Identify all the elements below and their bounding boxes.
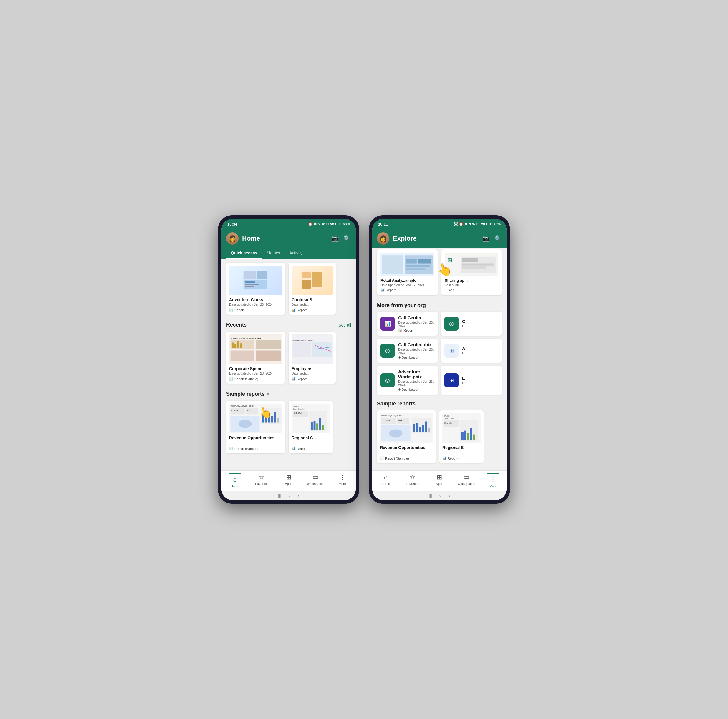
see-all-button[interactable]: See all: [338, 323, 351, 327]
recents-cards: IT SPEND ANALYSIS SAMPLE PBIX: [222, 330, 356, 387]
explore-top-card-0[interactable]: Retail Analy...ample Data updated on Mar…: [377, 249, 437, 295]
search-icon-2[interactable]: 🔍: [494, 235, 502, 242]
explore-report-icon-0: 📊: [381, 288, 385, 292]
phone-2: 👆 10:11 🖼 ⏰ ✱ N WiFi Vo LTE 73% 👩 Explor…: [369, 215, 510, 504]
sample-thumb-1: SALES Sales Overvi... $11.62M: [292, 404, 330, 433]
quick-access-card-0[interactable]: Adventure Works Data updated on Jan 23, …: [226, 263, 285, 315]
org-item-3[interactable]: ⊞ A D: [441, 339, 502, 363]
page-title-2: Explore: [393, 235, 479, 242]
nav-home-2[interactable]: ⌂ Home: [372, 472, 399, 489]
nav-home-1[interactable]: ⌂ Home: [222, 472, 248, 489]
more-from-org-header: More from your org: [372, 299, 506, 310]
sys-circle-icon: ○: [288, 493, 291, 498]
camera-icon-1[interactable]: 📷: [332, 235, 339, 242]
bluetooth-icon: ✱: [314, 222, 317, 226]
avatar-face-2: 👩: [377, 232, 389, 245]
search-icon-1[interactable]: 🔍: [344, 235, 351, 242]
tab-quick-access[interactable]: Quick access: [226, 247, 262, 259]
explore-top-card-1[interactable]: ⊞ Sharing ap... Last publi... ⊞ App: [441, 249, 502, 295]
more-icon-2: ⋮: [490, 476, 496, 484]
org-info-0: Call Center Data updated on Jan 23, 2024…: [398, 315, 434, 332]
org-item-2[interactable]: ◎ Call Center.pbix Data updated on Jan 2…: [377, 339, 438, 363]
svg-rect-78: [428, 428, 430, 432]
status-icons-2: 🖼 ⏰ ✱ N WiFi Vo LTE 73%: [454, 222, 501, 226]
recents-section-header: Recents See all: [222, 318, 356, 330]
recent-card-type-1: 📊 Report: [292, 377, 333, 381]
phone-1-screen: 10:34 ⏰ ✱ N WiFi Vo LTE 68% 👩 Home 📷 🔍: [222, 219, 356, 500]
nav-favorites-1[interactable]: ☆ Favorites: [248, 472, 275, 489]
explore-sample-card-1[interactable]: SALES Sales Overvi... $11.62M: [439, 411, 483, 463]
explore-card-date-1: Last publi...: [445, 283, 498, 287]
camera-icon-2[interactable]: 📷: [482, 235, 490, 242]
sample-card-type-1: 📊 Report: [292, 447, 330, 450]
org-item-1[interactable]: ◎ C D: [441, 311, 502, 336]
svg-rect-57: [418, 260, 431, 264]
org-icon-3: ⊞: [444, 343, 459, 358]
apps-icon-2: ⊞: [437, 473, 442, 481]
explore-card-thumb-0: [381, 253, 434, 276]
svg-text:IT SPEND ANALYSIS SAMPLE PBIX: IT SPEND ANALYSIS SAMPLE PBIX: [231, 337, 262, 339]
nav-apps-1[interactable]: ⊞ Apps: [275, 472, 302, 489]
tab-metrics[interactable]: Metrics: [262, 247, 285, 259]
sample-card-type-0: 📊 Report (Sample): [229, 447, 282, 450]
svg-rect-76: [422, 426, 424, 432]
svg-rect-90: [470, 428, 472, 440]
org-info-5: E D: [462, 376, 498, 385]
card-type-0: 📊 Report: [229, 308, 282, 312]
explore-card-date-0: Data updated on Mar 17, 2021: [381, 283, 434, 287]
org-item-5[interactable]: ⊞ E D: [441, 366, 502, 395]
svg-rect-17: [232, 343, 234, 348]
avatar-2: 👩: [377, 232, 389, 245]
report-icon-1: 📊: [292, 308, 296, 312]
alarm-icon-2: ⏰: [459, 222, 463, 226]
explore-card-title-1: Sharing ap...: [445, 278, 498, 282]
svg-rect-50: [316, 423, 318, 430]
explore-report-icon-s1: 📊: [442, 456, 447, 460]
explore-sample-card-0[interactable]: Opportunity Analysis Report $1.97bn 444: [377, 411, 436, 463]
explore-sample-reports-header: Sample reports: [372, 397, 506, 409]
recent-card-type-0: 📊 Report (Sample): [229, 377, 282, 381]
sys-back-icon: ‹: [298, 493, 299, 498]
nav-more-1[interactable]: ⋮ More: [329, 472, 356, 489]
card-date-1: Data updat...: [292, 303, 333, 306]
svg-text:Sales Overvi...: Sales Overvi...: [444, 418, 455, 420]
sample-card-date-1: [292, 441, 330, 445]
org-icon-symbol-4: ◎: [385, 377, 390, 384]
svg-rect-39: [277, 418, 279, 423]
sample-card-1[interactable]: SALES Sales Overvi... $11.62M: [289, 401, 333, 453]
nav-favorites-2[interactable]: ☆ Favorites: [399, 472, 426, 489]
svg-rect-37: [271, 416, 273, 423]
svg-rect-63: [462, 258, 478, 262]
org-icon-2: ◎: [381, 343, 395, 358]
svg-rect-16: [255, 351, 281, 361]
org-info-3: A D: [462, 346, 498, 356]
svg-text:$1.97bn: $1.97bn: [382, 419, 390, 421]
org-icon-5: ⊞: [444, 373, 459, 388]
svg-rect-23: [293, 342, 311, 358]
recent-card-0[interactable]: IT SPEND ANALYSIS SAMPLE PBIX: [226, 331, 285, 384]
nav-workspaces-1[interactable]: ▭ Workspaces: [302, 472, 329, 489]
recent-card-title-1: Employee: [292, 366, 333, 371]
explore-sample-card-type-0: 📊 Report (Sample): [380, 456, 433, 460]
system-bar-2: ||| ○ ‹: [372, 491, 506, 500]
battery-icon-2: 73%: [494, 222, 501, 226]
nfc-icon-2: N: [468, 222, 471, 226]
header-icons-2: 📷 🔍: [482, 235, 502, 242]
recent-card-1[interactable]: HUMAN RESOURCES SAMPLE Employee Data upd…: [289, 331, 336, 384]
nav-active-bar-2: [487, 473, 499, 474]
more-from-org-title: More from your org: [377, 302, 426, 308]
sample-card-0[interactable]: Opportunity Analysis Report $1.97bn 444: [226, 401, 285, 453]
svg-text:Opportunity Analysis Report: Opportunity Analysis Report: [231, 405, 254, 407]
favorites-icon-1: ☆: [259, 473, 265, 481]
svg-text:$1.97bn: $1.97bn: [231, 409, 239, 412]
tab-activity[interactable]: Activity: [285, 247, 307, 259]
quick-access-card-1[interactable]: Contoso S Data updat... 📊 Report: [289, 263, 336, 315]
org-item-0[interactable]: 📊 Call Center Data updated on Jan 23, 20…: [377, 311, 438, 336]
nav-apps-2[interactable]: ⊞ Apps: [426, 472, 453, 489]
nav-workspaces-2[interactable]: ▭ Workspaces: [453, 472, 480, 489]
explore-sample-card-title-1: Regional S: [442, 445, 480, 450]
org-item-4[interactable]: ◎ Adventure Works.pbix Data updated on J…: [377, 366, 438, 395]
nav-more-2[interactable]: ⋮ More: [480, 472, 506, 489]
explore-top-cards: Retail Analy...ample Data updated on Mar…: [372, 247, 506, 299]
recent-card-title-0: Corporate Spend: [229, 366, 282, 371]
